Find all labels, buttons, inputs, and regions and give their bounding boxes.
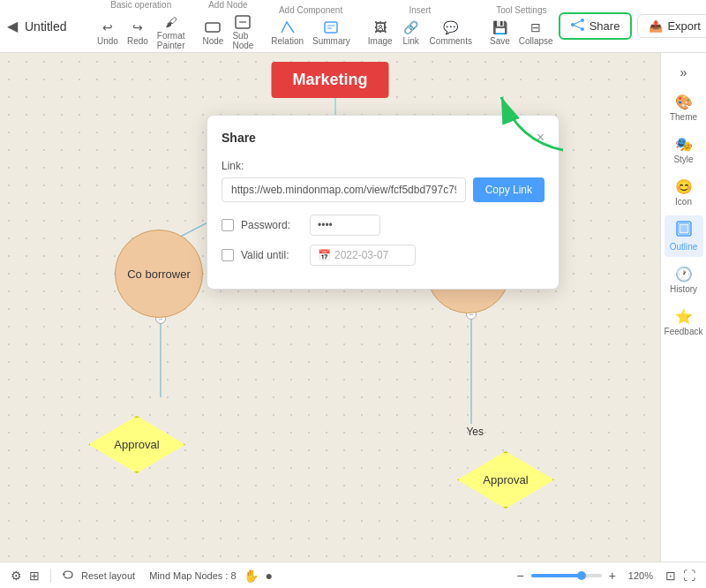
link-field-label: Link: xyxy=(222,160,545,172)
undo-icon: ↩ xyxy=(98,19,117,36)
group-label-addnode: Add Node xyxy=(208,0,247,10)
redo-label: Redo xyxy=(127,36,148,46)
share-icon xyxy=(571,19,585,34)
comments-label: Comments xyxy=(430,36,472,46)
collapse-label: Collapse xyxy=(519,36,553,46)
reset-layout-label[interactable]: Reset layout xyxy=(81,570,135,581)
node-coborrower[interactable]: Co borrower xyxy=(115,230,203,318)
zoom-plus-icon[interactable]: + xyxy=(609,569,616,583)
share-dialog: Share × Link: Copy Link Password: Valid … xyxy=(207,115,560,290)
subnode-label: Sub Node xyxy=(232,31,253,50)
history-label: History xyxy=(670,284,697,294)
image-button[interactable]: 🖼 Image xyxy=(364,17,396,48)
theme-icon: 🎨 xyxy=(675,94,693,110)
svg-marker-20 xyxy=(63,574,65,577)
node-approval-right[interactable]: Approval xyxy=(457,451,554,509)
save-button[interactable]: 💾 Save xyxy=(486,17,514,48)
password-checkbox[interactable] xyxy=(222,219,234,231)
document-title: Untitled xyxy=(25,19,78,34)
format-painter-icon: 🖌 xyxy=(161,13,181,31)
toolbar-group-insert: Insert 🖼 Image 🔗 Link 💬 Comments xyxy=(364,5,476,48)
toolbar-group-basic: Basic operation ↩ Undo ↪ Redo 🖌 Format P… xyxy=(94,0,189,52)
toolbar-group-addcomponent: Add Component Relation Summary xyxy=(267,5,354,48)
node-yes-label: Yes xyxy=(466,426,484,438)
link-icon: 🔗 xyxy=(402,19,421,36)
outline-label: Outline xyxy=(670,242,698,252)
zoom-slider[interactable] xyxy=(531,574,602,577)
share-label: Share xyxy=(590,19,620,33)
save-label: Save xyxy=(490,36,510,46)
feedback-label: Feedback xyxy=(665,327,703,336)
sidebar-item-icon[interactable]: 😊 Icon xyxy=(665,173,703,212)
reset-layout-icon xyxy=(62,569,74,582)
dialog-title: Share xyxy=(222,131,256,145)
sidebar-item-history[interactable]: 🕐 History xyxy=(665,260,703,299)
link-input[interactable] xyxy=(222,177,466,202)
icon-icon: 😊 xyxy=(675,178,693,195)
link-button[interactable]: 🔗 Link xyxy=(398,17,424,48)
share-button[interactable]: Share xyxy=(559,12,633,40)
dot-icon[interactable]: ● xyxy=(266,569,273,583)
subnode-icon xyxy=(233,13,252,31)
zoom-level-label: 120% xyxy=(628,570,653,581)
save-icon: 💾 xyxy=(490,19,509,36)
statusbar-divider-1 xyxy=(50,569,51,583)
valid-until-date-input[interactable]: 📅 2022-03-07 xyxy=(310,245,416,266)
sidebar-item-outline[interactable]: Outline xyxy=(665,215,703,257)
outline-icon xyxy=(676,221,692,240)
toolbar-group-addnode: Add Node Node Sub Node xyxy=(199,0,258,52)
dialog-close-button[interactable]: × xyxy=(537,130,545,146)
style-icon: 🎭 xyxy=(675,136,693,153)
relation-button[interactable]: Relation xyxy=(267,17,307,48)
toolbar: ◀ Untitled Basic operation ↩ Undo ↪ Redo… xyxy=(0,0,706,53)
svg-rect-19 xyxy=(680,225,687,232)
group-label-basic: Basic operation xyxy=(110,0,171,10)
valid-until-row: Valid until: 📅 2022-03-07 xyxy=(222,245,545,266)
comments-button[interactable]: 💬 Comments xyxy=(426,17,476,48)
sidebar-collapse-button[interactable]: » xyxy=(675,60,693,85)
zoom-minus-icon[interactable]: − xyxy=(516,569,523,583)
canvas[interactable]: − − − Marketing Fillout forms Co borrowe… xyxy=(0,53,660,562)
password-input[interactable] xyxy=(310,215,380,236)
link-label: Link xyxy=(402,36,418,46)
collapse-icon: ⊟ xyxy=(526,19,545,36)
fit-icon[interactable]: ⊡ xyxy=(665,569,676,583)
undo-label: Undo xyxy=(97,36,118,46)
back-button[interactable]: ◀ xyxy=(7,18,18,34)
date-value: 2022-03-07 xyxy=(334,249,388,261)
undo-button[interactable]: ↩ Undo xyxy=(94,17,122,48)
grid-icon[interactable]: ⊞ xyxy=(29,569,40,583)
collapse-button[interactable]: ⊟ Collapse xyxy=(515,17,557,48)
copy-link-button[interactable]: Copy Link xyxy=(473,177,545,202)
redo-icon: ↪ xyxy=(128,19,147,36)
node-button[interactable]: Node xyxy=(199,17,228,48)
settings-icon[interactable]: ⚙ xyxy=(11,569,22,583)
style-label: Style xyxy=(673,155,693,164)
valid-until-checkbox[interactable] xyxy=(222,249,234,261)
password-label: Password: xyxy=(241,219,303,231)
node-marketing[interactable]: Marketing xyxy=(271,62,388,98)
sidebar-item-feedback[interactable]: ⭐ Feedback xyxy=(665,303,703,342)
main-area: − − − Marketing Fillout forms Co borrowe… xyxy=(0,53,706,562)
svg-line-10 xyxy=(573,25,582,29)
icon-label: Icon xyxy=(675,197,692,207)
valid-until-label: Valid until: xyxy=(241,249,303,261)
hand-icon[interactable]: ✋ xyxy=(244,569,259,583)
image-label: Image xyxy=(368,36,393,46)
relation-icon xyxy=(278,19,297,36)
node-approval-left[interactable]: Approval xyxy=(88,416,185,473)
calendar-icon: 📅 xyxy=(318,249,331,261)
summary-button[interactable]: Summary xyxy=(309,17,354,48)
export-label: Export xyxy=(667,19,701,33)
redo-button[interactable]: ↪ Redo xyxy=(124,17,152,48)
subnode-button[interactable]: Sub Node xyxy=(229,11,257,52)
sidebar-item-style[interactable]: 🎭 Style xyxy=(665,131,703,170)
group-label-addcomponent: Add Component xyxy=(279,5,342,15)
fullscreen-icon[interactable]: ⛶ xyxy=(683,569,695,583)
summary-label: Summary xyxy=(312,36,350,46)
relation-label: Relation xyxy=(271,36,304,46)
export-button[interactable]: 📤 Export xyxy=(637,14,706,38)
sidebar-item-theme[interactable]: 🎨 Theme xyxy=(665,88,703,127)
format-painter-button[interactable]: 🖌 Format Painter xyxy=(154,11,189,52)
zoom-slider-dot xyxy=(577,571,586,580)
